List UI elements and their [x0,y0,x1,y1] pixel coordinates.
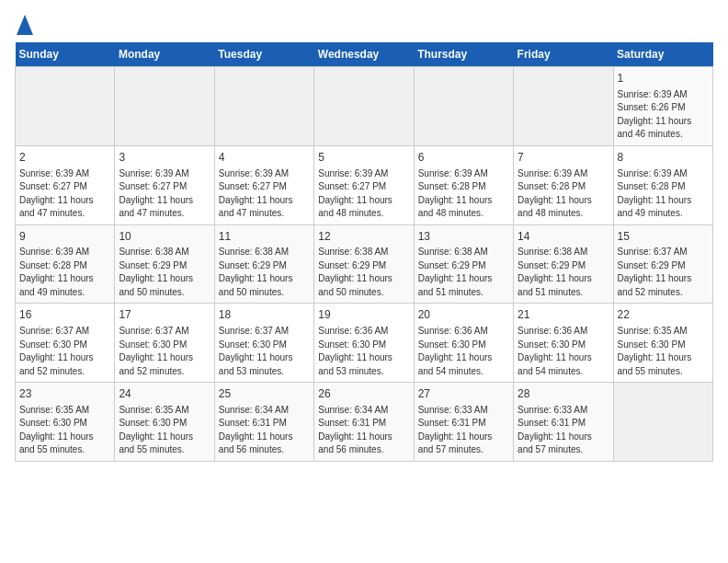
calendar-cell: 4Sunrise: 6:39 AM Sunset: 6:27 PM Daylig… [214,145,313,224]
logo-icon [17,15,33,35]
cell-info: Sunrise: 6:39 AM Sunset: 6:28 PM Dayligh… [19,246,110,299]
cell-info: Sunrise: 6:33 AM Sunset: 6:31 PM Dayligh… [418,404,509,457]
calendar-week-row: 9Sunrise: 6:39 AM Sunset: 6:28 PM Daylig… [16,224,713,304]
calendar-cell: 14Sunrise: 6:38 AM Sunset: 6:29 PM Dayli… [514,224,613,304]
calendar-cell: 13Sunrise: 6:38 AM Sunset: 6:29 PM Dayli… [414,224,513,304]
day-number: 4 [219,150,310,166]
day-header-thursday: Thursday [414,42,513,67]
day-number: 22 [618,307,709,323]
day-number: 7 [518,150,609,166]
cell-info: Sunrise: 6:37 AM Sunset: 6:29 PM Dayligh… [618,246,709,299]
day-number: 13 [418,229,509,245]
day-header-saturday: Saturday [613,42,712,67]
cell-info: Sunrise: 6:37 AM Sunset: 6:30 PM Dayligh… [19,325,110,378]
calendar-header-row: SundayMondayTuesdayWednesdayThursdayFrid… [16,42,713,67]
day-number: 26 [318,386,409,402]
page-header [15,15,713,35]
calendar-cell: 20Sunrise: 6:36 AM Sunset: 6:30 PM Dayli… [414,304,513,383]
calendar-cell: 27Sunrise: 6:33 AM Sunset: 6:31 PM Dayli… [414,383,513,462]
calendar-cell: 16Sunrise: 6:37 AM Sunset: 6:30 PM Dayli… [16,304,115,383]
day-number: 27 [418,386,509,402]
calendar-cell: 26Sunrise: 6:34 AM Sunset: 6:31 PM Dayli… [314,383,414,462]
calendar-cell: 28Sunrise: 6:33 AM Sunset: 6:31 PM Dayli… [514,383,613,462]
day-number: 3 [119,150,210,166]
calendar-cell: 24Sunrise: 6:35 AM Sunset: 6:30 PM Dayli… [115,383,214,462]
svg-marker-0 [17,15,33,35]
day-header-sunday: Sunday [16,42,115,67]
calendar-cell: 6Sunrise: 6:39 AM Sunset: 6:28 PM Daylig… [414,145,513,224]
cell-info: Sunrise: 6:39 AM Sunset: 6:27 PM Dayligh… [318,167,409,221]
calendar-table: SundayMondayTuesdayWednesdayThursdayFrid… [15,42,713,462]
day-header-friday: Friday [514,42,613,67]
day-number: 12 [318,229,409,245]
cell-info: Sunrise: 6:38 AM Sunset: 6:29 PM Dayligh… [518,246,609,299]
calendar-cell: 9Sunrise: 6:39 AM Sunset: 6:28 PM Daylig… [16,224,115,304]
day-header-tuesday: Tuesday [214,42,313,67]
calendar-cell: 25Sunrise: 6:34 AM Sunset: 6:31 PM Dayli… [214,383,313,462]
cell-info: Sunrise: 6:39 AM Sunset: 6:26 PM Dayligh… [618,88,709,142]
calendar-cell: 8Sunrise: 6:39 AM Sunset: 6:28 PM Daylig… [613,145,712,224]
calendar-cell: 3Sunrise: 6:39 AM Sunset: 6:27 PM Daylig… [115,145,214,224]
calendar-cell [514,67,613,146]
cell-info: Sunrise: 6:34 AM Sunset: 6:31 PM Dayligh… [219,404,310,457]
calendar-cell: 1Sunrise: 6:39 AM Sunset: 6:26 PM Daylig… [613,67,712,146]
day-number: 28 [518,386,609,402]
calendar-cell: 18Sunrise: 6:37 AM Sunset: 6:30 PM Dayli… [214,304,313,383]
calendar-week-row: 2Sunrise: 6:39 AM Sunset: 6:27 PM Daylig… [16,145,713,224]
calendar-cell: 11Sunrise: 6:38 AM Sunset: 6:29 PM Dayli… [214,224,313,304]
calendar-cell: 7Sunrise: 6:39 AM Sunset: 6:28 PM Daylig… [514,145,613,224]
cell-info: Sunrise: 6:39 AM Sunset: 6:28 PM Dayligh… [518,167,609,221]
day-number: 11 [219,229,310,245]
day-number: 24 [119,386,210,402]
calendar-cell: 5Sunrise: 6:39 AM Sunset: 6:27 PM Daylig… [314,145,414,224]
calendar-cell: 21Sunrise: 6:36 AM Sunset: 6:30 PM Dayli… [514,304,613,383]
day-number: 1 [618,71,709,86]
day-number: 17 [119,307,210,323]
cell-info: Sunrise: 6:38 AM Sunset: 6:29 PM Dayligh… [418,246,509,299]
calendar-cell [115,67,214,146]
day-number: 2 [19,150,110,166]
day-number: 20 [418,307,509,323]
calendar-cell: 23Sunrise: 6:35 AM Sunset: 6:30 PM Dayli… [16,383,115,462]
day-number: 25 [219,386,310,402]
cell-info: Sunrise: 6:39 AM Sunset: 6:28 PM Dayligh… [618,167,709,221]
cell-info: Sunrise: 6:37 AM Sunset: 6:30 PM Dayligh… [119,325,210,378]
calendar-week-row: 23Sunrise: 6:35 AM Sunset: 6:30 PM Dayli… [16,383,713,462]
day-number: 6 [418,150,509,166]
cell-info: Sunrise: 6:36 AM Sunset: 6:30 PM Dayligh… [518,325,609,378]
calendar-cell: 10Sunrise: 6:38 AM Sunset: 6:29 PM Dayli… [115,224,214,304]
day-number: 21 [518,307,609,323]
day-number: 14 [518,229,609,245]
cell-info: Sunrise: 6:39 AM Sunset: 6:27 PM Dayligh… [119,167,210,221]
calendar-cell [214,67,313,146]
calendar-cell [314,67,414,146]
day-number: 10 [119,229,210,245]
day-number: 23 [19,386,110,402]
cell-info: Sunrise: 6:39 AM Sunset: 6:27 PM Dayligh… [219,167,310,221]
calendar-cell [613,383,712,462]
cell-info: Sunrise: 6:39 AM Sunset: 6:27 PM Dayligh… [19,167,110,221]
day-header-monday: Monday [115,42,214,67]
calendar-cell: 19Sunrise: 6:36 AM Sunset: 6:30 PM Dayli… [314,304,414,383]
calendar-cell [414,67,513,146]
day-number: 19 [318,307,409,323]
calendar-cell [16,67,115,146]
day-number: 9 [19,229,110,245]
cell-info: Sunrise: 6:33 AM Sunset: 6:31 PM Dayligh… [518,404,609,457]
cell-info: Sunrise: 6:38 AM Sunset: 6:29 PM Dayligh… [119,246,210,299]
day-number: 18 [219,307,310,323]
cell-info: Sunrise: 6:35 AM Sunset: 6:30 PM Dayligh… [119,404,210,457]
cell-info: Sunrise: 6:36 AM Sunset: 6:30 PM Dayligh… [418,325,509,378]
cell-info: Sunrise: 6:35 AM Sunset: 6:30 PM Dayligh… [19,404,110,457]
logo [15,15,33,35]
calendar-cell: 2Sunrise: 6:39 AM Sunset: 6:27 PM Daylig… [16,145,115,224]
calendar-cell: 12Sunrise: 6:38 AM Sunset: 6:29 PM Dayli… [314,224,414,304]
cell-info: Sunrise: 6:37 AM Sunset: 6:30 PM Dayligh… [219,325,310,378]
day-header-wednesday: Wednesday [314,42,414,67]
day-number: 15 [618,229,709,245]
calendar-week-row: 1Sunrise: 6:39 AM Sunset: 6:26 PM Daylig… [16,67,713,146]
calendar-week-row: 16Sunrise: 6:37 AM Sunset: 6:30 PM Dayli… [16,304,713,383]
cell-info: Sunrise: 6:38 AM Sunset: 6:29 PM Dayligh… [219,246,310,299]
cell-info: Sunrise: 6:39 AM Sunset: 6:28 PM Dayligh… [418,167,509,221]
calendar-cell: 15Sunrise: 6:37 AM Sunset: 6:29 PM Dayli… [613,224,712,304]
